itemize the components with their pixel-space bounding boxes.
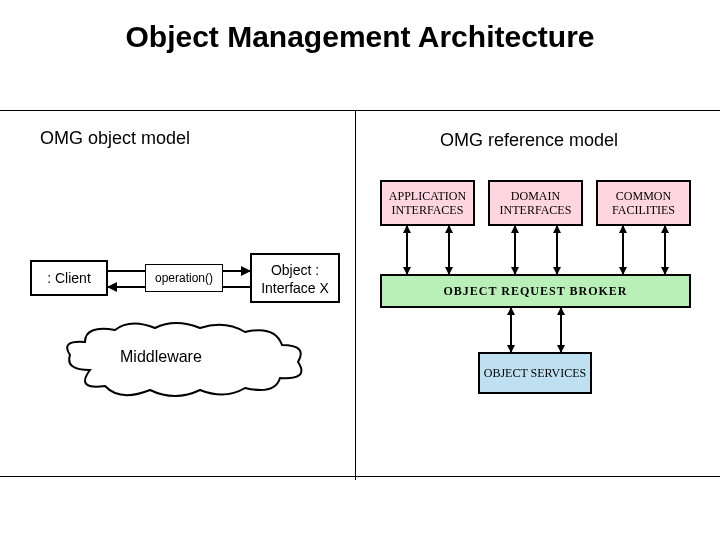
- app-interfaces-box: APPLICATION INTERFACES: [380, 180, 475, 226]
- left-heading: OMG object model: [40, 128, 190, 149]
- connector-arrow: [560, 308, 562, 352]
- interface-line2: Interface X: [261, 280, 329, 296]
- connector-arrow: [622, 226, 624, 274]
- connector-arrow: [556, 226, 558, 274]
- middleware-label: Middleware: [120, 348, 202, 366]
- connector-arrow: [406, 226, 408, 274]
- reference-model-canvas: APPLICATION INTERFACES DOMAIN INTERFACES…: [370, 180, 705, 440]
- connector-arrow: [448, 226, 450, 274]
- vertical-divider: [355, 110, 356, 480]
- interface-box: Object : Interface X: [250, 253, 340, 303]
- orb-box: OBJECT REQUEST BROKER: [380, 274, 691, 308]
- right-heading: OMG reference model: [440, 130, 618, 151]
- domain-interfaces-box: DOMAIN INTERFACES: [488, 180, 583, 226]
- operation-label: operation(): [145, 264, 223, 292]
- interface-line1: Object :: [271, 262, 319, 278]
- client-box: : Client: [30, 260, 108, 296]
- object-services-box: OBJECT SERVICES: [478, 352, 592, 394]
- connector-arrow: [514, 226, 516, 274]
- divider-bottom: [0, 476, 720, 477]
- divider-top: [0, 110, 720, 111]
- connector-arrow: [510, 308, 512, 352]
- common-facilities-box: COMMON FACILITIES: [596, 180, 691, 226]
- page-title: Object Management Architecture: [0, 20, 720, 54]
- connector-arrow: [664, 226, 666, 274]
